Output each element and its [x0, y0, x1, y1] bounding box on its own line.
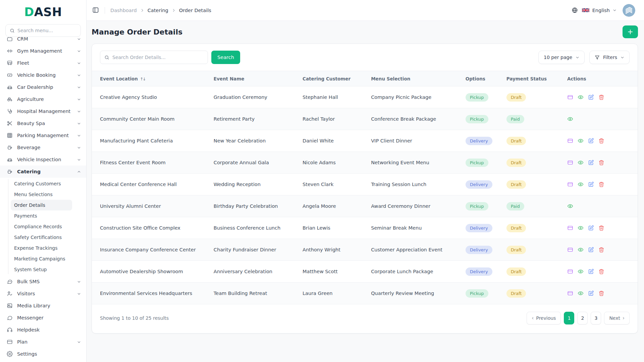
delete-action-button[interactable]: [598, 268, 604, 275]
filter-funnel-icon: [595, 55, 600, 60]
view-action-button[interactable]: [578, 181, 584, 187]
payment-action-button[interactable]: [567, 225, 573, 231]
sidebar-item-agriculture[interactable]: Agriculture: [0, 93, 86, 105]
delete-action-button[interactable]: [598, 160, 604, 166]
image-icon: [7, 303, 13, 309]
search-button[interactable]: Search: [211, 51, 240, 64]
cell-options: Pickup: [466, 108, 506, 130]
sidebar-item-plan[interactable]: Plan: [0, 336, 86, 348]
page-button-3[interactable]: 3: [591, 312, 601, 324]
topbar: Dashboard Catering Order Details English: [87, 0, 644, 21]
sidebar-item-visitors[interactable]: Visitors: [0, 288, 86, 300]
delete-action-button[interactable]: [598, 138, 604, 144]
sidebar-item-parking-management[interactable]: Parking Management: [0, 129, 86, 141]
sidebar-subitem-payments[interactable]: Payments: [0, 210, 86, 221]
sidebar-item-vehicle-inspection[interactable]: Vehicle Inspection: [0, 154, 86, 166]
payment-action-button[interactable]: [567, 268, 573, 275]
sidebar-nav: CRMGym ManagementFleetVehicle BookingCar…: [0, 37, 86, 362]
sidebar-subitem-marketing-campaigns[interactable]: Marketing Campaigns: [0, 253, 86, 264]
next-page-button[interactable]: Next›: [604, 312, 630, 324]
edit-action-button[interactable]: [588, 138, 594, 144]
payment-action-button[interactable]: [567, 160, 573, 166]
credit-card-icon: [567, 268, 573, 275]
edit-action-button[interactable]: [588, 225, 594, 231]
sidebar-subitem-system-setup[interactable]: System Setup: [0, 264, 86, 275]
sidebar-subitem-expense-trackings[interactable]: Expense Trackings: [0, 243, 86, 253]
payment-action-button[interactable]: [567, 94, 573, 100]
sidebar-item-gym-management[interactable]: Gym Management: [0, 45, 86, 57]
filters-button[interactable]: Filters: [589, 51, 630, 64]
language-selector[interactable]: English: [582, 8, 616, 13]
edit-action-button[interactable]: [588, 160, 594, 166]
sidebar-item-messenger[interactable]: Messenger: [0, 312, 86, 324]
sidebar-subitem-catering-customers[interactable]: Catering Customers: [0, 178, 86, 189]
sidebar-subitem-menu-selections[interactable]: Menu Selections: [0, 189, 86, 200]
payment-action-button[interactable]: [567, 290, 573, 296]
cell-catering-customer: Rachel Taylor: [303, 108, 371, 130]
payment-action-button[interactable]: [567, 138, 573, 144]
sidebar-item-beverage[interactable]: Beverage: [0, 141, 86, 154]
edit-action-button[interactable]: [588, 268, 594, 275]
sidebar-item-label: Media Library: [17, 303, 50, 308]
table-row: Community Center Main RoomRetirement Par…: [92, 108, 638, 130]
cell-options: Delivery: [466, 261, 506, 283]
delete-action-button[interactable]: [598, 247, 604, 253]
delete-action-button[interactable]: [598, 94, 604, 100]
cell-menu-selection: Seminar Break Menu: [371, 217, 465, 239]
page-button-1[interactable]: 1: [564, 312, 574, 324]
edit-action-button[interactable]: [588, 290, 594, 296]
breadcrumb-catering[interactable]: Catering: [148, 8, 168, 13]
sidebar-item-settings[interactable]: Settings: [0, 348, 86, 360]
page-button-2[interactable]: 2: [577, 312, 588, 324]
cell-menu-selection: Conference Break Package: [371, 108, 465, 130]
view-action-button[interactable]: [578, 160, 584, 166]
delete-action-button[interactable]: [598, 181, 604, 187]
view-action-button[interactable]: [578, 225, 584, 231]
previous-page-button[interactable]: ‹Previous: [527, 312, 561, 324]
sidebar-subitem-compliance-records[interactable]: Compliance Records: [0, 221, 86, 232]
sidebar-item-media-library[interactable]: Media Library: [0, 300, 86, 312]
sidebar-search-input[interactable]: [17, 28, 76, 33]
sidebar-subitem-order-details[interactable]: Order Details: [11, 200, 72, 210]
edit-action-button[interactable]: [588, 181, 594, 187]
sidebar-subitem-safety-certifications[interactable]: Safety Certifications: [0, 232, 86, 243]
cell-options: Delivery: [466, 217, 506, 239]
cell-event-name: Wedding Reception: [214, 174, 303, 195]
view-action-button[interactable]: [578, 247, 584, 253]
sidebar-item-car-dealership[interactable]: Car Dealership: [0, 81, 86, 93]
sidebar-item-beauty-spa[interactable]: Beauty Spa: [0, 117, 86, 129]
add-order-button[interactable]: +: [623, 25, 638, 38]
edit-action-button[interactable]: [588, 94, 594, 100]
sidebar-item-vehicle-booking[interactable]: Vehicle Booking: [0, 69, 86, 81]
view-action-button[interactable]: [567, 203, 573, 209]
delete-action-button[interactable]: [598, 225, 604, 231]
sidebar-item-helpdesk[interactable]: Helpdesk: [0, 324, 86, 336]
view-action-button[interactable]: [578, 138, 584, 144]
chevron-left-icon: ‹: [532, 315, 534, 321]
sidebar-item-fleet[interactable]: Fleet: [0, 57, 86, 69]
view-action-button[interactable]: [578, 268, 584, 275]
payment-action-button[interactable]: [567, 181, 573, 187]
view-action-button[interactable]: [578, 94, 584, 100]
column-header-event-location[interactable]: Event Location↑↓: [92, 71, 214, 86]
sidebar-item-catering[interactable]: Catering: [0, 166, 86, 178]
view-action-button[interactable]: [567, 116, 573, 122]
sidebar-toggle-button[interactable]: [92, 7, 99, 14]
per-page-select[interactable]: 10 per page: [538, 51, 585, 64]
sidebar-item-crm[interactable]: CRM: [0, 37, 86, 45]
avatar[interactable]: [623, 4, 635, 17]
order-search-input[interactable]: [112, 55, 204, 60]
cell-catering-customer: Anthony Wright: [303, 239, 371, 261]
breadcrumb-dashboard[interactable]: Dashboard: [110, 8, 137, 13]
bus-icon: [7, 60, 13, 66]
delete-action-button[interactable]: [598, 290, 604, 296]
sidebar-item-hospital-management[interactable]: Hospital Management: [0, 105, 86, 117]
view-action-button[interactable]: [578, 290, 584, 296]
sidebar-item-bulk-sms[interactable]: Bulk SMS: [0, 276, 86, 288]
edit-action-button[interactable]: [588, 247, 594, 253]
credit-card-icon: [567, 247, 573, 253]
payment-action-button[interactable]: [567, 247, 573, 253]
eye-icon: [578, 94, 584, 100]
trash-icon: [598, 181, 604, 187]
cell-payment-status: Draft: [506, 174, 567, 195]
